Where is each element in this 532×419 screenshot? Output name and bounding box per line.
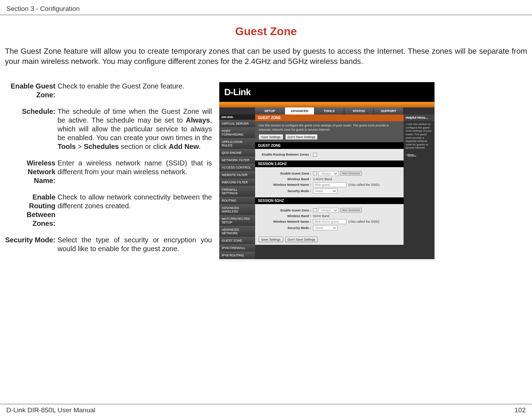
- nav-firewall-settings[interactable]: FIREWALL SETTINGS: [219, 186, 255, 197]
- page-header: Section 3 - Configuration: [0, 5, 532, 15]
- def-label: Enable Guest Zone:: [5, 82, 58, 99]
- router-titlebar: D-Link: [219, 82, 434, 102]
- block-guestzone-head: GUEST ZONE: [255, 142, 404, 149]
- label: Enable Guest Zone :: [259, 172, 313, 175]
- content-wrap: Enable Guest Zone: Check to enable the G…: [0, 82, 532, 261]
- block-session5-body: Enable Guest Zone : Always New Schedule …: [255, 204, 404, 234]
- button-row-bottom: Save Settings Don't Save Settings: [259, 237, 400, 242]
- dont-save-button[interactable]: Don't Save Settings: [285, 134, 318, 140]
- nav-advanced-wireless[interactable]: ADVANCED WIRELESS: [219, 204, 255, 215]
- save-settings-button[interactable]: Save Settings: [259, 134, 283, 140]
- page-title: Guest Zone: [0, 25, 532, 38]
- nav-website-filter[interactable]: WEBSITE FILTER: [219, 171, 255, 179]
- bold-addnew: Add New: [169, 143, 199, 150]
- def-value: Check to enable the Guest Zone feature.: [58, 82, 184, 99]
- val: (Also called the SSID): [313, 219, 379, 224]
- block-guest-zone: GUEST ZONE Enable Routing Between Zones …: [255, 142, 404, 161]
- tab-setup[interactable]: SETUP: [255, 107, 285, 114]
- def-label: Schedule:: [5, 107, 58, 151]
- intro-paragraph: The Guest Zone feature will allow you to…: [0, 46, 532, 66]
- tab-support[interactable]: SUPPORT: [374, 107, 404, 114]
- nav-ipv6-routing[interactable]: IPV6 ROUTING: [219, 252, 255, 259]
- val: (Also called the SSID): [313, 182, 379, 187]
- block-session-5: SESSION 5GHZ Enable Guest Zone : Always …: [255, 197, 404, 234]
- router-body: DIR-850L VIRTUAL SERVER PORT FORWARDING …: [219, 114, 434, 259]
- checkbox-enable-routing[interactable]: [313, 153, 317, 157]
- text: .: [199, 143, 201, 150]
- band-value-24: 2.4GHz Band: [313, 177, 332, 181]
- select-schedule-24[interactable]: Always: [318, 171, 339, 176]
- new-schedule-button-5[interactable]: New Schedule: [340, 208, 362, 212]
- nav-guest-zone[interactable]: GUEST ZONE: [219, 237, 255, 244]
- val: Always New Schedule: [313, 208, 362, 213]
- nav-advanced-network[interactable]: ADVANCED NETWORK: [219, 226, 255, 237]
- block-session24-body: Enable Guest Zone : Always New Schedule …: [255, 167, 404, 197]
- input-ssid-5[interactable]: [313, 219, 346, 224]
- save-settings-button-bottom[interactable]: Save Settings: [259, 237, 283, 242]
- nav-ipv6-firewall[interactable]: IPV6 FIREWALL: [219, 244, 255, 252]
- router-screenshot: D-Link SETUP ADVANCED TOOLS STATUS SUPPO…: [219, 82, 435, 261]
- val: Always New Schedule: [313, 171, 362, 176]
- bold-always: Always: [186, 116, 210, 124]
- nav-inbound-filter[interactable]: INBOUND FILTER: [219, 179, 255, 186]
- tab-advanced[interactable]: ADVANCED: [285, 107, 315, 114]
- val: None: [313, 189, 338, 194]
- def-label: Security Mode:: [5, 236, 58, 253]
- label: Security Mode :: [259, 226, 313, 230]
- nav-qos-engine[interactable]: QOS ENGINE: [219, 149, 255, 157]
- select-security-24[interactable]: None: [313, 189, 338, 194]
- dont-save-button-bottom[interactable]: Don't Save Settings: [285, 237, 318, 242]
- nav-application-rules[interactable]: APPLICATION RULES: [219, 138, 255, 149]
- orange-divider: [219, 102, 434, 107]
- intro-description: Use this section to configure the guest …: [259, 124, 400, 132]
- router-sidebar: DIR-850L VIRTUAL SERVER PORT FORWARDING …: [219, 114, 255, 259]
- block-session5-head: SESSION 5GHZ: [255, 197, 404, 204]
- router-main-tabs: SETUP ADVANCED TOOLS STATUS SUPPORT: [219, 107, 434, 114]
- router-main-panel: GUEST ZONE Use this section to configure…: [255, 114, 404, 259]
- def-value: Check to allow network connectivity betw…: [58, 193, 212, 228]
- hints-body: • Use this section to configure the gues…: [404, 121, 434, 158]
- nav-routing[interactable]: ROUTING: [219, 197, 255, 204]
- row-enable-guest-24: Enable Guest Zone : Always New Schedule: [259, 171, 400, 176]
- block-intro-body: Use this section to configure the guest …: [255, 121, 404, 142]
- hints-head: Helpful Hints...: [404, 114, 434, 121]
- nav-network-filter[interactable]: NETWORK FILTER: [219, 157, 255, 164]
- def-schedule: Schedule: The schedule of time when the …: [5, 107, 212, 151]
- select-schedule-5[interactable]: Always: [318, 208, 339, 213]
- def-enable-guest-zone: Enable Guest Zone: Check to enable the G…: [5, 82, 212, 99]
- row-wname-24: Wireless Network Name : (Also called the…: [259, 182, 400, 187]
- checkbox-enable-guest-24[interactable]: [313, 171, 317, 175]
- new-schedule-button-24[interactable]: New Schedule: [340, 171, 362, 176]
- block-session24-head: SESSION 2.4GHZ: [255, 161, 404, 167]
- nav-port-forwarding[interactable]: PORT FORWARDING: [219, 127, 255, 138]
- footer-left: D-Link DIR-850L User Manual: [6, 406, 95, 414]
- device-model-badge: DIR-850L: [219, 114, 255, 120]
- row-enable-guest-5: Enable Guest Zone : Always New Schedule: [259, 208, 400, 213]
- hints-more-link[interactable]: More...: [407, 153, 416, 156]
- footer-page-number: 102: [514, 406, 526, 414]
- select-security-5[interactable]: None: [313, 225, 338, 230]
- nav-access-control[interactable]: ACCESS CONTROL: [219, 164, 255, 171]
- def-label: Enable Routing Between Zones:: [5, 193, 58, 228]
- row-security-5: Security Mode : None: [259, 225, 400, 230]
- label: Wireless Network Name :: [259, 220, 313, 223]
- block-intro-head: GUEST ZONE: [255, 114, 404, 121]
- tab-tools[interactable]: TOOLS: [314, 107, 344, 114]
- label: Wireless Band :: [259, 177, 313, 181]
- nav-wifi-protected-setup[interactable]: WI-FI PROTECTED SETUP: [219, 215, 255, 226]
- bold-tools: Tools: [58, 143, 76, 150]
- router-hints-panel: Helpful Hints... • Use this section to c…: [404, 114, 434, 259]
- label: Wireless Network Name :: [259, 183, 313, 186]
- label: Security Mode :: [259, 189, 313, 193]
- nav-virtual-server[interactable]: VIRTUAL SERVER: [219, 120, 255, 127]
- checkbox-enable-guest-5[interactable]: [313, 208, 317, 212]
- input-ssid-24[interactable]: [313, 182, 346, 187]
- val: None: [313, 225, 338, 230]
- text: section or click: [119, 143, 169, 150]
- band-value-5: 5GHz Band: [313, 214, 330, 218]
- block-intro: GUEST ZONE Use this section to configure…: [255, 114, 404, 142]
- block-session-24: SESSION 2.4GHZ Enable Guest Zone : Alway…: [255, 161, 404, 197]
- tab-status[interactable]: STATUS: [344, 107, 374, 114]
- def-security-mode: Security Mode: Select the type of securi…: [5, 236, 212, 253]
- dlink-logo: D-Link: [224, 87, 251, 98]
